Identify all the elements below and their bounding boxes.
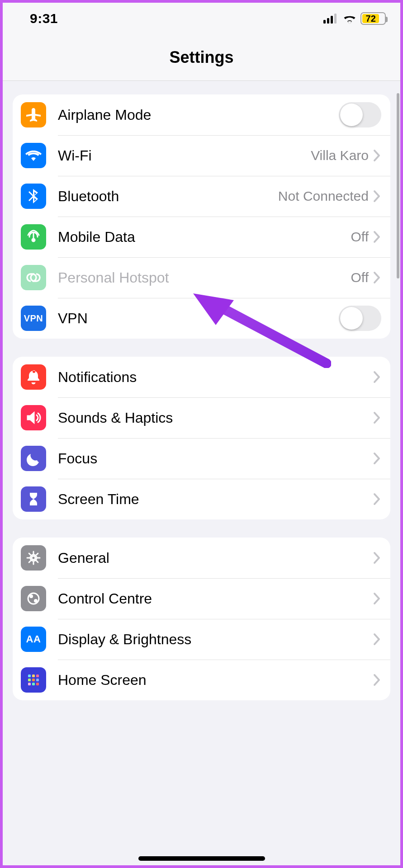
row-value: Villa Karo [311,148,369,163]
vpn-icon: VPN [21,306,46,331]
settings-group-connectivity: Airplane Mode Wi-Fi Villa Karo Bluetooth… [13,94,390,339]
svg-rect-0 [323,20,326,24]
row-general[interactable]: General [13,538,390,578]
row-label: Home Screen [58,672,373,689]
row-label: Wi-Fi [58,147,311,164]
bluetooth-icon [21,184,46,209]
row-value: Not Connected [278,189,369,204]
row-vpn[interactable]: VPN VPN [13,298,390,339]
row-screen-time[interactable]: Screen Time [13,479,390,519]
general-icon [21,545,46,571]
wifi-status-icon [342,13,357,24]
controlcentre-icon [21,586,46,611]
chevron-right-icon [373,674,381,686]
settings-group-general: General Control Centre AA Display & Brig… [13,538,390,700]
chevron-right-icon [373,271,381,284]
vpn-toggle[interactable] [339,306,381,331]
row-value: Off [351,229,369,245]
svg-rect-12 [32,679,35,681]
chevron-right-icon [373,552,381,564]
settings-group-notifications: Notifications Sounds & Haptics Focus [13,357,390,519]
chevron-right-icon [373,411,381,424]
svg-point-6 [29,594,33,598]
row-value: Off [351,270,369,285]
svg-rect-5 [28,593,39,604]
row-label: Control Centre [58,590,373,607]
row-sounds-haptics[interactable]: Sounds & Haptics [13,397,390,438]
svg-rect-8 [28,675,31,677]
battery-status-icon: 72 [360,12,386,25]
status-bar: 9:31 72 [3,3,400,34]
nav-bar: Settings [3,34,400,81]
row-mobile-data[interactable]: Mobile Data Off [13,217,390,257]
chevron-right-icon [373,633,381,646]
chevron-right-icon [373,452,381,465]
row-focus[interactable]: Focus [13,438,390,479]
focus-icon [21,446,46,471]
row-wifi[interactable]: Wi-Fi Villa Karo [13,135,390,176]
mobiledata-icon [21,224,46,250]
scroll-indicator [397,93,399,278]
notifications-icon [21,364,46,390]
airplane-icon [21,102,46,127]
row-label: General [58,550,373,566]
svg-rect-9 [32,675,35,677]
wifi-icon [21,143,46,168]
airplane-toggle[interactable] [339,102,381,127]
row-display-brightness[interactable]: AA Display & Brightness [13,619,390,660]
chevron-right-icon [373,493,381,505]
homescreen-icon [21,667,46,693]
row-airplane-mode[interactable]: Airplane Mode [13,94,390,135]
svg-rect-13 [36,679,39,681]
row-label: Bluetooth [58,188,278,205]
svg-rect-14 [28,683,31,685]
row-label: Mobile Data [58,229,351,245]
row-label: Display & Brightness [58,631,373,648]
svg-point-7 [34,599,38,603]
chevron-right-icon [373,592,381,605]
chevron-right-icon [373,190,381,203]
svg-rect-2 [331,16,333,24]
row-label: VPN [58,310,339,327]
screentime-icon [21,486,46,512]
chevron-right-icon [373,231,381,243]
hotspot-icon [21,265,46,290]
row-bluetooth[interactable]: Bluetooth Not Connected [13,176,390,217]
row-label: Airplane Mode [58,107,339,123]
svg-rect-16 [36,683,39,685]
row-home-screen[interactable]: Home Screen [13,660,390,700]
display-icon: AA [21,627,46,652]
row-personal-hotspot[interactable]: Personal Hotspot Off [13,257,390,298]
home-indicator[interactable] [138,856,265,861]
row-label: Focus [58,450,373,467]
chevron-right-icon [373,371,381,383]
svg-rect-3 [334,14,337,24]
row-label: Notifications [58,369,373,386]
svg-rect-15 [32,683,35,685]
row-label: Screen Time [58,491,373,508]
row-notifications[interactable]: Notifications [13,357,390,397]
chevron-right-icon [373,149,381,162]
cellular-signal-icon [323,14,339,24]
svg-rect-10 [36,675,39,677]
page-title: Settings [3,48,400,67]
row-label: Sounds & Haptics [58,410,373,426]
row-label: Personal Hotspot [58,269,351,286]
svg-rect-11 [28,679,31,681]
svg-rect-1 [327,18,329,24]
status-time: 9:31 [30,11,58,26]
sounds-icon [21,405,46,430]
row-control-centre[interactable]: Control Centre [13,578,390,619]
svg-point-4 [32,556,35,560]
